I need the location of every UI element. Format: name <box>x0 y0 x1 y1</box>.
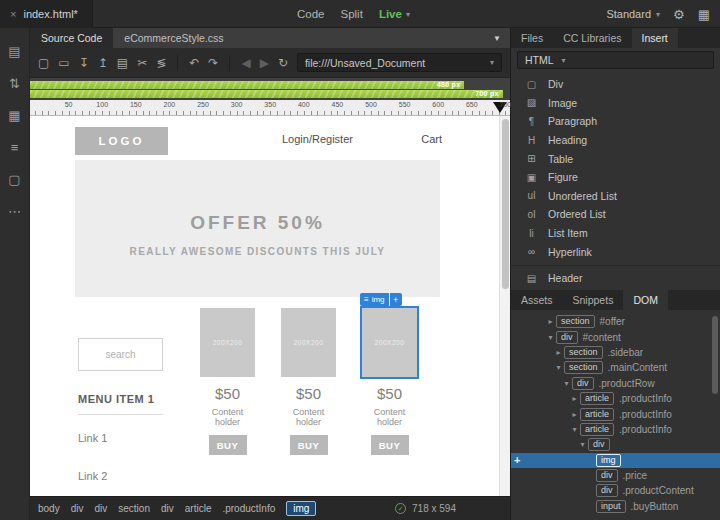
hero-section[interactable]: OFFER 50% REALLY AWESOME DISCOUNTS THIS … <box>75 160 440 297</box>
more-panels-icon[interactable]: ⋯ <box>8 204 21 219</box>
media-query-bar[interactable]: 700 px <box>30 90 503 98</box>
scrollbar-thumb[interactable] <box>502 119 509 289</box>
tag-selector-section[interactable]: section <box>118 503 150 514</box>
element-display-tag[interactable]: ≡img <box>360 293 389 306</box>
hamburger-icon[interactable]: ≡ <box>364 295 369 304</box>
nav-link-cart[interactable]: Cart <box>421 133 442 145</box>
menu-link-link-2[interactable]: Link 2 <box>78 470 163 482</box>
dom-node-div-content[interactable]: ▾div#content <box>511 329 720 344</box>
dom-node-section-maincontent[interactable]: ▾section.mainContent <box>511 360 720 375</box>
new-file-icon[interactable]: ▢ <box>38 56 49 70</box>
workspace-switcher[interactable]: Standard ▾ <box>606 8 660 20</box>
dom-node-div-price[interactable]: div.price <box>511 468 720 483</box>
code-tools-icon[interactable]: ≶ <box>156 56 166 70</box>
document-tab[interactable]: × index.html* <box>0 0 93 28</box>
related-file-tab-ecommercestyle-css[interactable]: eCommerceStyle.css <box>113 28 234 48</box>
dom-node-article-productinfo[interactable]: ▸article.productInfo <box>511 406 720 421</box>
product-image-placeholder[interactable]: 200X200 <box>362 308 417 377</box>
cc-libraries-icon[interactable]: ▦ <box>8 108 20 123</box>
tab-dom[interactable]: DOM <box>623 290 668 310</box>
chevron-right-icon[interactable]: ▸ <box>569 394 580 403</box>
chevron-down-icon[interactable]: ▾ <box>577 440 588 449</box>
tag-selector-productinfo[interactable]: .productInfo <box>222 503 275 514</box>
filter-icon[interactable]: ▼ <box>484 28 510 48</box>
canvas-scrollbar[interactable] <box>499 116 510 496</box>
tag-selector-img[interactable]: img <box>286 501 316 516</box>
refresh-icon[interactable]: ↻ <box>278 56 288 70</box>
buy-button[interactable]: BUY <box>209 435 247 455</box>
dom-node-div-productcontent[interactable]: div.productContent <box>511 483 720 498</box>
insert-item-div[interactable]: ▢Div <box>511 75 720 94</box>
nav-link-login-register[interactable]: Login/Register <box>282 133 353 145</box>
chevron-right-icon[interactable]: ▸ <box>545 317 556 326</box>
dom-panel-icon[interactable]: ▢ <box>8 172 20 187</box>
chevron-down-icon[interactable]: ▾ <box>545 333 556 342</box>
insert-item-ordered-list[interactable]: olOrdered List <box>511 205 720 224</box>
document-size[interactable]: 718 x 594 <box>412 503 456 514</box>
chevron-down-icon[interactable]: ▾ <box>569 425 580 434</box>
undo-icon[interactable]: ↶ <box>189 56 199 70</box>
insert-item-heading[interactable]: HHeading <box>511 131 720 150</box>
snippets-icon[interactable]: ≡ <box>11 140 19 155</box>
close-icon[interactable]: × <box>10 8 16 20</box>
design-view[interactable]: LOGO Login/RegisterCart OFFER 50% REALLY… <box>30 116 510 496</box>
search-input[interactable] <box>78 338 163 371</box>
back-icon[interactable]: ◀ <box>241 56 250 70</box>
dom-node-input-buybutton[interactable]: input.buyButton <box>511 499 720 514</box>
redo-icon[interactable]: ↷ <box>208 56 218 70</box>
tag-selector-div[interactable]: div <box>71 503 84 514</box>
insert-item-header[interactable]: ▤Header <box>511 269 720 288</box>
tab-insert[interactable]: Insert <box>632 28 678 48</box>
css-designer-icon[interactable]: ⇅ <box>9 76 20 91</box>
related-file-tab-source-code[interactable]: Source Code <box>30 28 113 48</box>
dom-node-div[interactable]: ▾div <box>511 437 720 452</box>
view-mode-split[interactable]: Split <box>341 8 363 20</box>
insert-item-figure[interactable]: ▣Figure <box>511 168 720 187</box>
tag-selector-div[interactable]: div <box>161 503 174 514</box>
layout-grid-icon[interactable]: ▦ <box>698 7 710 22</box>
insert-item-list-item[interactable]: liList Item <box>511 224 720 243</box>
address-bar[interactable]: file:///Unsaved_Document ▾ <box>297 53 502 72</box>
insert-item-paragraph[interactable]: ¶Paragraph <box>511 112 720 131</box>
insert-item-unordered-list[interactable]: ulUnordered List <box>511 187 720 206</box>
tab-cc-libraries[interactable]: CC Libraries <box>553 28 631 48</box>
tab-files[interactable]: Files <box>511 28 553 48</box>
insert-item-image[interactable]: ▨Image <box>511 94 720 113</box>
menu-link-link-1[interactable]: Link 1 <box>78 432 163 444</box>
dom-node-article-productinfo[interactable]: ▸article.productInfo <box>511 391 720 406</box>
forward-icon[interactable]: ▶ <box>260 56 269 70</box>
open-file-icon[interactable]: ▭ <box>58 56 69 70</box>
insert-item-hyperlink[interactable]: ∞Hyperlink <box>511 242 720 261</box>
insert-category-dropdown[interactable]: HTML ▾ <box>517 51 714 69</box>
insert-item-table[interactable]: ⊞Table <box>511 149 720 168</box>
media-query-bar[interactable]: 480 px <box>30 81 464 89</box>
chevron-right-icon[interactable]: ▸ <box>569 410 580 419</box>
dom-node-div-productrow[interactable]: ▾div.productRow <box>511 376 720 391</box>
dom-node-img[interactable]: img+ <box>511 453 720 468</box>
dom-node-section-sidebar[interactable]: ▸section.sidebar <box>511 345 720 360</box>
upload-icon[interactable]: ↥ <box>98 56 108 70</box>
save-icon[interactable]: ↧ <box>79 56 89 70</box>
buy-button[interactable]: BUY <box>371 435 409 455</box>
tag-selector-body[interactable]: body <box>38 503 60 514</box>
chevron-down-icon[interactable]: ▾ <box>490 58 494 67</box>
view-mode-live[interactable]: Live▾ <box>379 8 410 20</box>
tab-snippets[interactable]: Snippets <box>563 290 624 310</box>
site-logo[interactable]: LOGO <box>75 127 168 155</box>
product-image-placeholder[interactable]: 200X200 <box>281 308 336 377</box>
files-panel-icon[interactable]: ▤ <box>8 44 20 59</box>
chevron-right-icon[interactable]: ▸ <box>553 348 564 357</box>
tab-assets[interactable]: Assets <box>511 290 563 310</box>
cut-icon[interactable]: ✂ <box>137 56 147 70</box>
buy-button[interactable]: BUY <box>290 435 328 455</box>
dom-node-article-productinfo[interactable]: ▾article.productInfo <box>511 422 720 437</box>
add-element-icon[interactable]: + <box>514 454 520 466</box>
add-element-icon[interactable]: + <box>390 293 402 306</box>
tag-selector-article[interactable]: article <box>185 503 212 514</box>
view-mode-code[interactable]: Code <box>297 8 325 20</box>
chevron-down-icon[interactable]: ▾ <box>561 379 572 388</box>
print-icon[interactable]: ▤ <box>117 56 128 70</box>
chevron-down-icon[interactable]: ▾ <box>553 363 564 372</box>
gear-icon[interactable]: ⚙ <box>673 7 685 22</box>
no-errors-icon[interactable]: ✓ <box>395 503 406 514</box>
